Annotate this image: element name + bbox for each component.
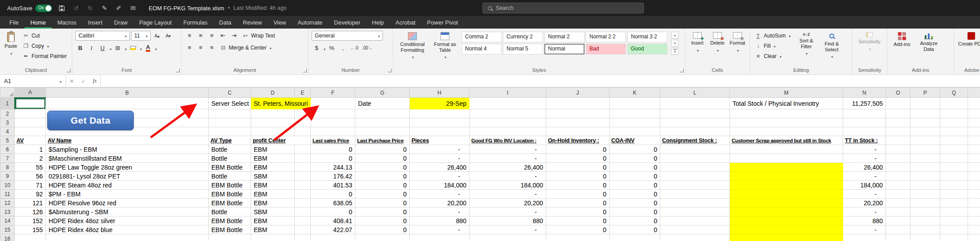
- cell-F12[interactable]: 638.05: [311, 199, 355, 208]
- cell-M5[interactable]: Customer Scrap approved but still in Sto…: [730, 136, 843, 145]
- cell-P12[interactable]: [910, 199, 940, 208]
- chevron-down-icon[interactable]: [323, 44, 325, 52]
- cell-O11[interactable]: [886, 190, 910, 199]
- file-name[interactable]: EOM FG-PKG Template.xlsm: [148, 5, 224, 12]
- save-icon[interactable]: [57, 3, 66, 13]
- cell-P8[interactable]: [910, 163, 940, 172]
- tab-power-pivot[interactable]: Power Pivot: [421, 16, 464, 29]
- cell-J11[interactable]: 0: [546, 190, 609, 199]
- cell-R3[interactable]: [968, 118, 980, 127]
- cell-K12[interactable]: 0: [609, 199, 660, 208]
- cell-P9[interactable]: [910, 172, 940, 181]
- cell-A10[interactable]: 71: [15, 181, 46, 190]
- cell-E2[interactable]: [295, 109, 311, 118]
- format-as-table-button[interactable]: Format as Table: [431, 31, 459, 66]
- delete-cells-button[interactable]: ✖ Delete: [708, 31, 726, 66]
- gallery-scroll-up-icon[interactable]: [671, 32, 679, 39]
- column-header-A[interactable]: A: [15, 88, 46, 98]
- column-header-O[interactable]: O: [886, 88, 910, 98]
- cell-O10[interactable]: [886, 181, 910, 190]
- clear-button[interactable]: ✕Clear: [753, 51, 792, 61]
- cell-J16[interactable]: [546, 234, 609, 241]
- cell-I4[interactable]: [469, 127, 546, 136]
- cell-C15[interactable]: EBM Bottle: [209, 225, 251, 234]
- row-header-10[interactable]: 10: [0, 181, 15, 190]
- cell-F9[interactable]: 176.42: [311, 172, 355, 181]
- cell-G1[interactable]: Date: [355, 98, 410, 109]
- cell-J13[interactable]: 0: [546, 208, 609, 216]
- cell-D4[interactable]: [251, 127, 295, 136]
- column-header-I[interactable]: I: [469, 88, 546, 98]
- cell-Q11[interactable]: [940, 190, 968, 199]
- cell-Q5[interactable]: [940, 136, 968, 145]
- column-header-J[interactable]: J: [546, 88, 609, 98]
- tab-review[interactable]: Review: [237, 16, 268, 29]
- cell-R13[interactable]: [968, 208, 980, 216]
- select-all-button[interactable]: [0, 88, 15, 98]
- cell-P15[interactable]: [910, 225, 940, 234]
- cell-B1[interactable]: [46, 98, 209, 109]
- cell-K5[interactable]: COA-INV: [609, 136, 660, 145]
- cell-C6[interactable]: Bottle: [209, 145, 251, 154]
- cell-M6[interactable]: [730, 145, 843, 154]
- cell-E13[interactable]: [295, 208, 311, 216]
- cell-B12[interactable]: HDPE Resolve 96oz red: [46, 199, 209, 208]
- column-header-D[interactable]: D: [251, 88, 295, 98]
- cell-L9[interactable]: [660, 172, 730, 181]
- formula-enter-icon[interactable]: ✓: [78, 75, 89, 87]
- cell-O2[interactable]: [886, 109, 910, 118]
- fill-color-button[interactable]: [128, 43, 138, 53]
- cell-O7[interactable]: [886, 154, 910, 163]
- cell-Q10[interactable]: [940, 181, 968, 190]
- cell-Q14[interactable]: [940, 216, 968, 225]
- chevron-down-icon[interactable]: [124, 44, 127, 52]
- formula-cancel-icon[interactable]: ✕: [66, 75, 78, 87]
- cell-H9[interactable]: -: [410, 172, 469, 181]
- cell-B7[interactable]: $Maschinenstillstand EBM: [46, 154, 209, 163]
- cell-M13[interactable]: [730, 208, 843, 216]
- wrap-text-button[interactable]: ↩Wrap Text: [240, 31, 277, 40]
- cell-A15[interactable]: 155: [15, 225, 46, 234]
- insert-function-icon[interactable]: fx: [89, 75, 101, 87]
- cell-N3[interactable]: [843, 118, 886, 127]
- cell-I15[interactable]: -: [469, 225, 546, 234]
- cell-D7[interactable]: EBM: [251, 154, 295, 163]
- align-middle-button[interactable]: ≡: [196, 31, 206, 40]
- cell-L15[interactable]: [660, 225, 730, 234]
- cell-H8[interactable]: 26,400: [410, 163, 469, 172]
- tab-home[interactable]: Home: [25, 16, 52, 29]
- cell-E6[interactable]: [295, 145, 311, 154]
- cell-N9[interactable]: -: [843, 172, 886, 181]
- cell-E16[interactable]: [295, 234, 311, 241]
- cell-G8[interactable]: 0: [355, 163, 410, 172]
- cell-P6[interactable]: [910, 145, 940, 154]
- cell-B16[interactable]: [46, 234, 209, 241]
- cell-style-normal-3-2[interactable]: Normal 3 2: [627, 32, 667, 42]
- cell-J10[interactable]: 0: [546, 181, 609, 190]
- gallery-scroll-down-icon[interactable]: [671, 40, 679, 47]
- cell-M2[interactable]: [730, 109, 843, 118]
- cell-P1[interactable]: [910, 98, 940, 109]
- cell-H5[interactable]: Pieces: [410, 136, 469, 145]
- cell-I1[interactable]: [469, 98, 546, 109]
- grow-font-button[interactable]: A▴: [152, 31, 162, 41]
- cell-A7[interactable]: 2: [15, 154, 46, 163]
- cell-O5[interactable]: [886, 136, 910, 145]
- increase-indent-button[interactable]: ⇥: [229, 31, 239, 40]
- cell-I13[interactable]: -: [469, 208, 546, 216]
- pen-icon[interactable]: ✎: [99, 3, 109, 13]
- cell-H16[interactable]: [410, 234, 469, 241]
- cell-J6[interactable]: 0: [546, 145, 609, 154]
- cell-H11[interactable]: -: [410, 190, 469, 199]
- cell-D12[interactable]: EBM: [251, 199, 295, 208]
- column-header-M[interactable]: M: [730, 88, 843, 98]
- undo-icon[interactable]: ↺: [71, 3, 81, 13]
- cell-N11[interactable]: -: [843, 190, 886, 199]
- cell-F5[interactable]: Last sales Price: [311, 136, 355, 145]
- cell-B6[interactable]: $Sampling - EBM: [46, 145, 209, 154]
- cell-D1[interactable]: St. Peters, Missouri: [251, 98, 311, 109]
- cell-C2[interactable]: [209, 109, 251, 118]
- cell-J1[interactable]: [546, 98, 609, 109]
- cell-P2[interactable]: [910, 109, 940, 118]
- column-header-G[interactable]: G: [355, 88, 410, 98]
